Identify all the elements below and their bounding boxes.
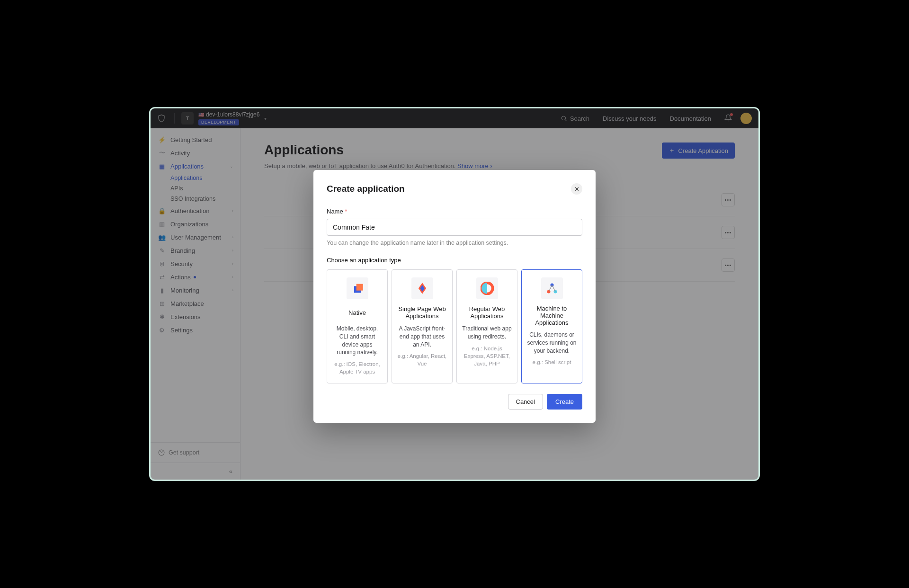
type-title: Native: [348, 305, 366, 320]
type-title: Regular Web Applications: [462, 305, 512, 320]
type-desc: CLIs, daemons or services running on you…: [526, 331, 577, 355]
cancel-button[interactable]: Cancel: [508, 394, 543, 410]
create-button[interactable]: Create: [547, 394, 582, 410]
svg-line-10: [552, 285, 555, 292]
modal-title: Create application: [327, 184, 405, 194]
type-eg: e.g.: iOS, Electron, Apple TV apps: [332, 360, 383, 375]
create-application-modal: Create application ✕ Name * You can chan…: [313, 170, 596, 423]
type-eg: e.g.: Node.js Express, ASP.NET, Java, PH…: [462, 345, 512, 367]
type-title: Single Page Web Applications: [397, 305, 447, 320]
name-input[interactable]: [327, 219, 582, 236]
close-icon: ✕: [574, 186, 579, 193]
svg-line-9: [549, 285, 552, 292]
native-icon: [347, 277, 368, 299]
type-eg: e.g.: Shell script: [533, 358, 571, 366]
type-title: Machine to Machine Applications: [526, 305, 577, 326]
type-eg: e.g.: Angular, React, Vue: [397, 352, 447, 367]
name-helper: You can change the application name late…: [327, 240, 582, 246]
type-desc: Mobile, desktop, CLI and smart device ap…: [332, 325, 383, 356]
close-button[interactable]: ✕: [571, 183, 582, 195]
type-card-regular[interactable]: Regular Web Applications Traditional web…: [456, 269, 517, 383]
type-card-spa[interactable]: Single Page Web Applications A JavaScrip…: [392, 269, 453, 383]
name-label: Name *: [327, 208, 582, 215]
svg-rect-4: [356, 284, 363, 291]
type-desc: Traditional web app using redirects.: [462, 325, 512, 341]
spa-icon: [411, 277, 433, 299]
type-card-m2m[interactable]: Machine to Machine Applications CLIs, da…: [521, 269, 582, 383]
type-desc: A JavaScript front-end app that uses an …: [397, 325, 447, 348]
type-card-native[interactable]: Native Mobile, desktop, CLI and smart de…: [327, 269, 388, 383]
m2m-icon: [541, 277, 563, 299]
regular-icon: [476, 277, 498, 299]
modal-overlay[interactable]: Create application ✕ Name * You can chan…: [151, 108, 758, 480]
type-label: Choose an application type: [327, 257, 582, 264]
